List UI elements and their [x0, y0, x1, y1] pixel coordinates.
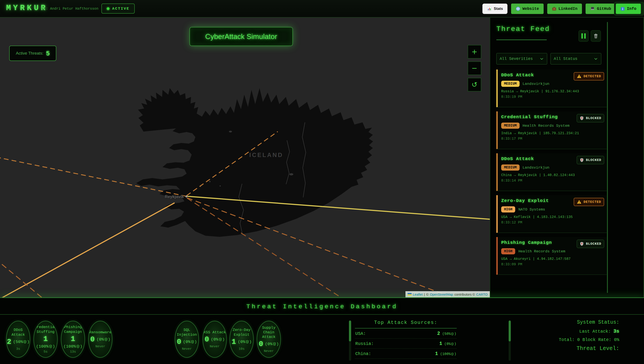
ukraine-flag-icon	[408, 293, 412, 296]
source-label: China:	[355, 351, 371, 356]
feed-scrollbar[interactable]	[607, 22, 608, 293]
source-count: 2	[437, 331, 440, 336]
threat-route: India → Reykjavik | 185.79.121.234:21	[501, 131, 603, 135]
shield-plus-icon	[451, 352, 454, 356]
threat-card: Phishing Campaign BLOCKED HIGH Health Re…	[496, 237, 607, 275]
info-button[interactable]: Info	[616, 4, 641, 14]
leaflet-link[interactable]: Leaflet	[413, 292, 423, 296]
github-button[interactable]: GitHub	[586, 4, 616, 14]
attack-type-name: DDoS Attack	[6, 328, 30, 337]
status-chip-blocked: BLOCKED	[577, 114, 604, 122]
zoom-out-button[interactable]: −	[468, 61, 481, 75]
attack-type-name: Ransomware	[89, 330, 112, 335]
attack-type-gauge: Supply Chain Attack 0 (0%) Never	[257, 321, 281, 358]
pause-icon	[581, 33, 586, 39]
threat-target: NATO Systems	[518, 208, 545, 212]
attack-type-name: Phishing Campaign	[61, 325, 84, 334]
attack-type-gauge: DDoS Attack 2 (50%) 3s	[6, 321, 30, 358]
status-chip-detected: DETECTED	[574, 72, 604, 80]
attack-type-interval: 3s	[16, 347, 20, 351]
skerry	[220, 186, 221, 187]
map-title-banner: CyberAttack Simulator	[190, 27, 293, 46]
system-status-title: System Status:	[559, 319, 619, 325]
chevron-down-icon	[594, 57, 598, 61]
source-block-pct: (50%)	[442, 332, 456, 336]
scrollbar-thumb[interactable]	[509, 321, 511, 341]
pause-feed-button[interactable]	[578, 30, 588, 42]
attack-type-gauge: Phishing Campaign 1 (100%) 13s	[61, 321, 85, 358]
scrollbar-thumb[interactable]	[349, 321, 351, 341]
attack-type-count: 1	[71, 335, 75, 343]
linkedin-button-label: LinkedIn	[558, 7, 578, 11]
shield-plus-icon	[451, 342, 454, 345]
threat-card-list: DDoS Attack DETECTED MEDIUM Landsvirkjun…	[496, 70, 607, 279]
attack-type-name: Supply Chain Attack	[257, 325, 280, 339]
severity-filter-select[interactable]: All Severities	[496, 53, 547, 65]
status-chip-label: BLOCKED	[586, 242, 601, 246]
active-threats-label: Active Threats:	[16, 51, 43, 56]
threat-feed-title: Threat Feed	[496, 25, 550, 33]
zoom-in-button[interactable]: +	[468, 45, 481, 59]
threat-card-title: DDoS Attack	[501, 156, 534, 161]
shield-plus-icon	[246, 340, 249, 344]
status-chip-label: DETECTED	[584, 200, 601, 204]
lake	[229, 131, 232, 132]
openstreetmap-link[interactable]: OpenStreetMap	[430, 292, 453, 296]
threat-card: Credential Stuffing BLOCKED MEDIUM Healt…	[496, 111, 607, 149]
sources-scrollbar[interactable]	[509, 320, 511, 361]
threat-timestamp: 8:33:17 PM	[501, 137, 603, 141]
attack-type-block-pct: (50%)	[13, 339, 30, 344]
status-chip-label: BLOCKED	[586, 116, 601, 120]
attack-type-count: 2	[7, 338, 11, 346]
threat-card-title: Zero-Day Exploit	[501, 198, 549, 203]
status-chip-detected: DETECTED	[574, 198, 604, 206]
status-filter-select[interactable]: All Status	[550, 53, 601, 65]
source-block-pct: (100%)	[440, 352, 456, 356]
attack-line-solid-orange	[0, 203, 174, 297]
threat-card-title: DDoS Attack	[501, 73, 534, 78]
attack-line-dashed	[187, 198, 452, 297]
attack-type-block-pct: (100%)	[36, 344, 55, 349]
shield-plus-icon	[273, 342, 276, 346]
linkedin-button[interactable]: LinkedIn	[547, 4, 582, 14]
source-row: Russia: 1 (0%)	[355, 338, 457, 349]
block-rate-value: 0%	[614, 337, 619, 342]
threat-target: Health Records System	[523, 124, 570, 128]
shield-plus-icon	[104, 338, 108, 341]
attack-type-gauge: Zero-Day Exploit 1 (0%) 10s	[230, 321, 254, 358]
attack-type-gauge: Credential Stuffing 1 (100%) 5s	[34, 321, 58, 358]
website-button[interactable]: Website	[511, 4, 544, 14]
website-button-label: Website	[522, 7, 539, 11]
last-attack-value: 3s	[614, 329, 619, 334]
topbar: MYRKUR By: Andri Petur Hafthorsson ACTIV…	[0, 0, 644, 18]
clear-feed-button[interactable]	[591, 30, 601, 42]
dashboard-title: Threat Intelligence Dashboard	[0, 303, 644, 310]
city-label: Reykjavik	[165, 194, 184, 199]
carto-link[interactable]: CARTO	[476, 292, 488, 296]
stats-button[interactable]: Stats	[482, 4, 508, 14]
laptop-icon	[590, 6, 595, 11]
shield-plus-icon	[191, 340, 194, 344]
severity-chip: HIGH	[501, 206, 515, 213]
threat-route: Russia → Reykjavik | 91.176.32.34:443	[501, 89, 603, 93]
attack-types-scrollbar[interactable]	[349, 320, 351, 361]
source-label: Russia:	[355, 341, 374, 346]
info-icon	[620, 7, 625, 11]
shield-plus-icon	[23, 340, 27, 344]
attack-type-interval: Never	[95, 345, 105, 348]
threat-card: Zero-Day Exploit DETECTED HIGH NATO Syst…	[496, 195, 607, 233]
bar-chart-icon	[487, 6, 492, 11]
attack-type-count: 0	[90, 335, 95, 344]
attack-type-count: 0	[177, 338, 181, 346]
reset-view-button[interactable]: ↺	[468, 78, 481, 91]
threat-card-title: Credential Stuffing	[501, 114, 558, 119]
shield-plus-icon	[49, 345, 52, 348]
active-threats-badge: Active Threats: 5	[9, 46, 56, 61]
shield-plus-icon	[76, 345, 80, 348]
map-canvas[interactable]: ICELAND Reykjavik CyberAttack Simulator …	[0, 18, 490, 297]
attack-line-dashed	[0, 158, 186, 196]
status-chip-blocked: BLOCKED	[577, 240, 604, 248]
threat-level-label: Threat Level:	[559, 345, 619, 352]
threat-timestamp: 8:33:09 PM	[501, 262, 603, 266]
attack-type-name: SQL Injection	[175, 328, 198, 337]
